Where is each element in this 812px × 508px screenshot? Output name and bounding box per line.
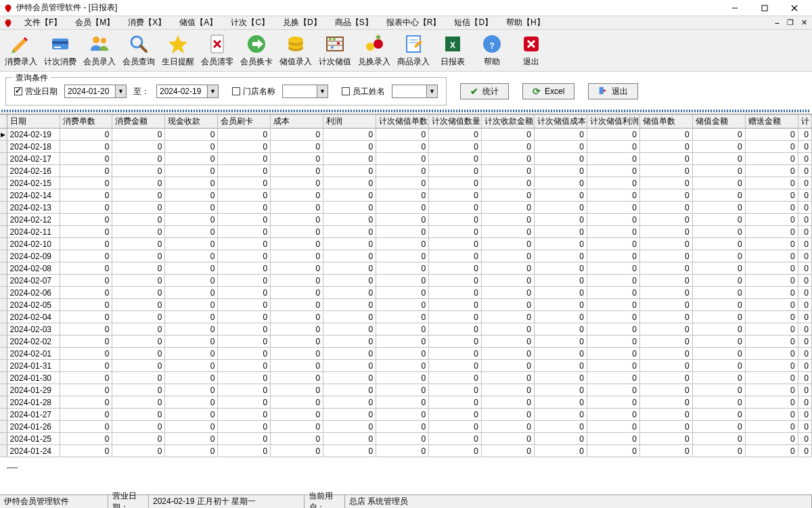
date-to-combo[interactable]: ▼ — [156, 85, 219, 98]
table-row[interactable]: 2024-01-24000000000000000 — [0, 445, 812, 457]
table-row[interactable]: 2024-02-06000000000000000 — [0, 287, 812, 299]
table-row[interactable]: 2024-02-08000000000000000 — [0, 262, 812, 275]
table-row[interactable]: 2024-02-07000000000000000 — [0, 275, 812, 287]
table-row[interactable]: 2024-02-17000000000000000 — [0, 153, 812, 165]
menu-member[interactable]: 会员【M】 — [68, 16, 121, 30]
table-row[interactable]: 2024-02-13000000000000000 — [0, 202, 812, 214]
excel-button[interactable]: ⟳ Excel — [522, 83, 574, 99]
column-header[interactable]: 消费金额 — [112, 115, 165, 129]
staff-name-combo[interactable]: ▼ — [392, 85, 438, 98]
data-grid[interactable]: 日期消费单数消费金额现金收款会员刷卡成本利润计次储值单数计次储值数量计次收款金额… — [0, 114, 812, 459]
cell-value: 0 — [165, 177, 218, 189]
column-header[interactable]: 赠送金额 — [745, 115, 798, 129]
dropdown-icon[interactable]: ▼ — [426, 85, 437, 97]
tool-exit[interactable]: 退出 — [514, 32, 548, 70]
biz-date-checkbox-label[interactable]: 营业日期 — [14, 86, 58, 97]
column-header[interactable]: 计次收款金额 — [482, 115, 535, 129]
table-row[interactable]: 2024-02-15000000000000000 — [0, 177, 812, 189]
menu-help[interactable]: 帮助【H】 — [499, 16, 551, 30]
table-row[interactable]: 2024-02-01000000000000000 — [0, 348, 812, 360]
dropdown-icon[interactable]: ▼ — [317, 85, 328, 97]
staff-name-checkbox[interactable] — [342, 87, 350, 95]
menu-file[interactable]: 文件【F】 — [18, 16, 68, 30]
tool-member-clear[interactable]: 会员清零 — [200, 32, 234, 70]
tool-count-store[interactable]: 计次储值 — [318, 32, 352, 70]
table-row[interactable]: 2024-01-28000000000000000 — [0, 396, 812, 409]
tool-member-query[interactable]: 会员查询 — [122, 32, 156, 70]
column-header[interactable]: 计 — [798, 115, 811, 129]
column-header[interactable]: 利润 — [323, 115, 376, 129]
stat-button[interactable]: ✔ 统计 — [460, 83, 509, 99]
table-row[interactable]: 2024-01-31000000000000000 — [0, 360, 812, 372]
table-row[interactable]: 2024-02-16000000000000000 — [0, 165, 812, 177]
tool-goods-entry[interactable]: 商品录入 — [397, 32, 430, 70]
abacus-icon — [324, 33, 346, 55]
table-row[interactable]: 2024-02-03000000000000000 — [0, 323, 812, 336]
date-from-input[interactable] — [65, 85, 115, 97]
staff-name-input[interactable] — [392, 85, 426, 97]
menu-sms[interactable]: 短信【D】 — [447, 16, 499, 30]
date-to-input[interactable] — [157, 85, 207, 97]
cell-value: 0 — [639, 177, 692, 189]
tool-exchange-entry[interactable]: 兑换录入 — [357, 32, 391, 70]
table-row[interactable]: 2024-02-05000000000000000 — [0, 299, 812, 311]
table-row[interactable]: 2024-02-04000000000000000 — [0, 311, 812, 323]
table-row[interactable]: 2024-01-25000000000000000 — [0, 433, 812, 445]
table-row[interactable]: 2024-01-29000000000000000 — [0, 384, 812, 396]
column-header[interactable]: 计次储值成本 — [534, 115, 587, 129]
table-row[interactable]: 2024-02-19000000000000000 — [0, 129, 812, 141]
column-header[interactable]: 储值金额 — [692, 115, 745, 129]
column-header[interactable]: 会员刷卡 — [218, 115, 271, 129]
table-row[interactable]: 2024-02-18000000000000000 — [0, 141, 812, 153]
column-header[interactable]: 计次储值利润 — [587, 115, 639, 129]
date-from-combo[interactable]: ▼ — [64, 85, 127, 98]
store-name-input[interactable] — [283, 85, 317, 97]
column-header[interactable]: 计次储值数量 — [429, 115, 482, 129]
exit-button[interactable]: 退出 — [588, 83, 638, 99]
column-header[interactable]: 日期 — [7, 115, 60, 129]
table-row[interactable]: 2024-01-26000000000000000 — [0, 421, 812, 433]
column-header[interactable]: 现金收款 — [165, 115, 218, 129]
store-name-checkbox[interactable] — [232, 87, 240, 95]
menu-exchange[interactable]: 兑换【D】 — [276, 16, 328, 30]
close-button[interactable] — [780, 1, 809, 16]
minimize-button[interactable] — [720, 1, 750, 16]
table-row[interactable]: 2024-02-10000000000000000 — [0, 238, 812, 250]
menu-goods[interactable]: 商品【S】 — [328, 16, 380, 30]
staff-name-checkbox-label[interactable]: 员工姓名 — [342, 86, 385, 97]
mdi-restore-button[interactable]: ❐ — [785, 18, 796, 27]
tool-count-consume[interactable]: 计次消费 — [43, 32, 77, 70]
store-name-combo[interactable]: ▼ — [282, 85, 328, 98]
table-row[interactable]: 2024-01-27000000000000000 — [0, 409, 812, 421]
column-header[interactable]: 成本 — [271, 115, 323, 129]
table-row[interactable]: 2024-02-11000000000000000 — [0, 226, 812, 238]
menu-count[interactable]: 计次【C】 — [224, 16, 276, 30]
mdi-close-button[interactable]: ✕ — [798, 18, 809, 27]
menu-consume[interactable]: 消费【X】 — [121, 16, 173, 30]
store-name-checkbox-label[interactable]: 门店名称 — [232, 86, 275, 97]
cell-value: 0 — [745, 336, 798, 348]
column-header[interactable]: 消费单数 — [60, 115, 112, 129]
table-row[interactable]: 2024-02-12000000000000000 — [0, 214, 812, 226]
dropdown-icon[interactable]: ▼ — [115, 85, 126, 97]
maximize-button[interactable] — [750, 1, 780, 16]
mdi-minimize-button[interactable]: ‒ — [771, 18, 782, 27]
column-header[interactable]: 储值单数 — [639, 115, 692, 129]
tool-store-entry[interactable]: 储值录入 — [279, 32, 313, 70]
column-header[interactable]: 计次储值单数 — [376, 115, 429, 129]
tool-consume-entry[interactable]: 消费录入 — [4, 32, 38, 70]
biz-date-checkbox[interactable] — [14, 87, 22, 95]
table-row[interactable]: 2024-01-30000000000000000 — [0, 372, 812, 384]
tool-member-entry[interactable]: 会员录入 — [83, 32, 116, 70]
dropdown-icon[interactable]: ▼ — [207, 85, 218, 97]
cell-value: 0 — [798, 275, 811, 287]
tool-birthday[interactable]: 生日提醒 — [161, 32, 195, 70]
tool-member-swap[interactable]: 会员换卡 — [240, 32, 273, 70]
tool-help[interactable]: ? 帮助 — [475, 32, 509, 70]
table-row[interactable]: 2024-02-14000000000000000 — [0, 189, 812, 202]
menu-report[interactable]: 报表中心【R】 — [380, 16, 448, 30]
tool-daily-report[interactable]: X 日报表 — [436, 32, 470, 70]
table-row[interactable]: 2024-02-09000000000000000 — [0, 250, 812, 262]
menu-store[interactable]: 储值【A】 — [173, 16, 224, 30]
table-row[interactable]: 2024-02-02000000000000000 — [0, 336, 812, 348]
